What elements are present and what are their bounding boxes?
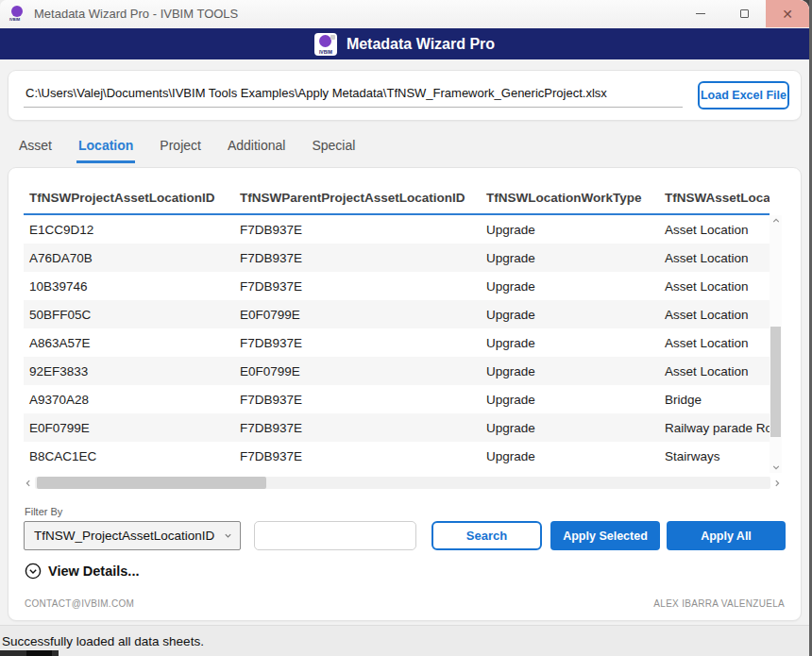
- search-button[interactable]: Search: [431, 521, 542, 550]
- app-title: Metadata Wizard Pro: [347, 36, 495, 53]
- vertical-scrollbar-thumb[interactable]: [770, 327, 781, 437]
- table-cell: F7DB937E: [234, 336, 481, 350]
- table-header-row: TfNSWProjectAssetLocationIDTfNSWParentPr…: [24, 181, 770, 213]
- table-cell: Upgrade: [481, 449, 659, 463]
- table-cell: Asset Location: [659, 336, 770, 350]
- scroll-up-icon[interactable]: [772, 217, 780, 225]
- table-cell: Upgrade: [481, 421, 659, 435]
- table-row[interactable]: E1CC9D12F7DB937EUpgradeAsset Location: [24, 215, 770, 244]
- filter-controls: TfNSW_ProjectAssetLocationID Search Appl…: [24, 521, 786, 550]
- table-cell: Asset Location: [659, 251, 770, 265]
- table-cell: Asset Location: [659, 308, 770, 322]
- table-cell: A9370A28: [24, 393, 234, 407]
- horizontal-scrollbar-thumb[interactable]: [37, 477, 266, 489]
- table-cell: Railway parade Ro: [659, 421, 770, 435]
- logo-text: IVBIM: [314, 49, 337, 55]
- table-cell: E1CC9D12: [24, 223, 234, 237]
- table-cell: Asset Location: [659, 279, 770, 294]
- apply-selected-button[interactable]: Apply Selected: [550, 521, 660, 550]
- app-window: IVBIM Metadata Wizard Pro - IVBIM TOOLS …: [0, 0, 809, 656]
- column-header[interactable]: TfNSWProjectAssetLocationID: [24, 191, 234, 205]
- load-excel-file-button[interactable]: Load Excel File: [698, 81, 789, 109]
- window-title: Metadata Wizard Pro - IVBIM TOOLS: [34, 0, 238, 28]
- column-header[interactable]: TfNSWLocationWorkType: [481, 191, 659, 205]
- scroll-left-icon[interactable]: [25, 479, 32, 487]
- table-cell: Bridge: [659, 393, 770, 407]
- table-cell: A76DA70B: [24, 251, 234, 265]
- maximize-icon: [740, 9, 749, 18]
- table-cell: Asset Location: [659, 364, 770, 378]
- table-cell: Upgrade: [481, 279, 659, 294]
- filter-text-input[interactable]: [254, 521, 416, 550]
- table-cell: Stairways: [659, 449, 770, 463]
- table-row[interactable]: A9370A28F7DB937EUpgradeBridge: [24, 385, 770, 413]
- table-cell: F7DB937E: [234, 393, 481, 407]
- ivbim-logo-orb-icon: [11, 6, 23, 17]
- column-header[interactable]: TfNSWAssetLoca: [659, 191, 770, 205]
- filter-by-label: Filter By: [25, 506, 62, 517]
- table-cell: 50BFF05C: [24, 308, 234, 322]
- table-cell: A863A57E: [24, 336, 234, 350]
- scroll-down-icon[interactable]: [772, 463, 780, 471]
- table-row[interactable]: E0F0799EF7DB937EUpgradeRailway parade Ro: [24, 413, 770, 442]
- status-message: Successfully loaded all data sheets.: [2, 634, 204, 648]
- table-cell: Upgrade: [481, 251, 659, 265]
- horizontal-scrollbar[interactable]: [22, 476, 784, 490]
- close-button[interactable]: ✕: [766, 0, 809, 27]
- table-row[interactable]: B8CAC1ECF7DB937EUpgradeStairways: [24, 442, 770, 470]
- filter-column-value: TfNSW_ProjectAssetLocationID: [34, 529, 224, 543]
- vertical-scrollbar[interactable]: [770, 215, 782, 473]
- contact-email: CONTACT@IVBIM.COM: [25, 598, 134, 609]
- table-cell: F7DB937E: [234, 279, 481, 294]
- tab-special[interactable]: Special: [310, 138, 357, 163]
- tab-bar: AssetLocationProjectAdditionalSpecial: [17, 138, 380, 163]
- scroll-right-icon[interactable]: [773, 479, 781, 487]
- table-cell: Upgrade: [481, 393, 659, 407]
- table-cell: E0F0799E: [234, 308, 481, 322]
- background-taskbar-artifact: [0, 650, 59, 656]
- table-cell: 10B39746: [24, 279, 234, 294]
- apply-all-button[interactable]: Apply All: [667, 521, 786, 550]
- table-row[interactable]: 92EF3833E0F0799EUpgradeAsset Location: [24, 357, 770, 385]
- table-row[interactable]: 50BFF05CE0F0799EUpgradeAsset Location: [24, 300, 770, 328]
- filter-column-dropdown[interactable]: TfNSW_ProjectAssetLocationID: [24, 521, 241, 550]
- chevron-down-circle-icon: [25, 563, 42, 580]
- card-footer: CONTACT@IVBIM.COM ALEX IBARRA VALENZUELA: [25, 598, 785, 609]
- maximize-button[interactable]: [722, 0, 766, 27]
- table-row[interactable]: 10B39746F7DB937EUpgradeAsset Location: [24, 272, 770, 300]
- view-details-toggle[interactable]: View Details...: [25, 563, 139, 580]
- table-row[interactable]: A863A57EF7DB937EUpgradeAsset Location: [24, 328, 770, 357]
- title-bar: IVBIM Metadata Wizard Pro - IVBIM TOOLS …: [0, 0, 809, 28]
- status-bar: Successfully loaded all data sheets.: [0, 625, 809, 656]
- table-cell: Upgrade: [481, 336, 659, 350]
- column-header[interactable]: TfNSWParentProjectAssetLocationID: [234, 191, 481, 205]
- table-cell: Asset Location: [659, 223, 770, 237]
- window-controls: ✕: [679, 0, 809, 27]
- minimize-button[interactable]: [679, 0, 722, 27]
- file-path-card: C:\Users\Valej\Documents\IVBIM Tools Exa…: [8, 70, 802, 121]
- table-cell: F7DB937E: [234, 251, 481, 265]
- table-row[interactable]: A76DA70BF7DB937EUpgradeAsset Location: [24, 244, 770, 272]
- author-name: ALEX IBARRA VALENZUELA: [653, 598, 785, 609]
- table-cell: F7DB937E: [234, 223, 481, 237]
- tab-asset[interactable]: Asset: [17, 138, 54, 163]
- table-cell: E0F0799E: [24, 421, 234, 435]
- table-cell: Upgrade: [481, 223, 659, 237]
- horizontal-scrollbar-track[interactable]: [35, 477, 770, 489]
- table-cell: F7DB937E: [234, 449, 481, 463]
- app-icon: IVBIM: [9, 6, 25, 22]
- logo-orb-icon: [319, 35, 331, 47]
- ivbim-logo-text: IVBIM: [9, 17, 20, 22]
- table-body: E1CC9D12F7DB937EUpgradeAsset LocationA76…: [24, 215, 770, 470]
- tab-location[interactable]: Location: [76, 138, 135, 163]
- ivbim-logo-icon: IVBIM: [314, 33, 337, 56]
- tab-project[interactable]: Project: [158, 138, 203, 163]
- table-cell: Upgrade: [481, 308, 659, 322]
- tab-additional[interactable]: Additional: [226, 138, 288, 163]
- data-sheet-card: TfNSWProjectAssetLocationIDTfNSWParentPr…: [8, 167, 802, 621]
- app-header: IVBIM Metadata Wizard Pro: [0, 28, 809, 59]
- table-cell: B8CAC1EC: [24, 449, 234, 463]
- minimize-icon: [696, 13, 705, 14]
- logo-cube-icon: [330, 35, 335, 40]
- file-path-input[interactable]: C:\Users\Valej\Documents\IVBIM Tools Exa…: [24, 84, 683, 108]
